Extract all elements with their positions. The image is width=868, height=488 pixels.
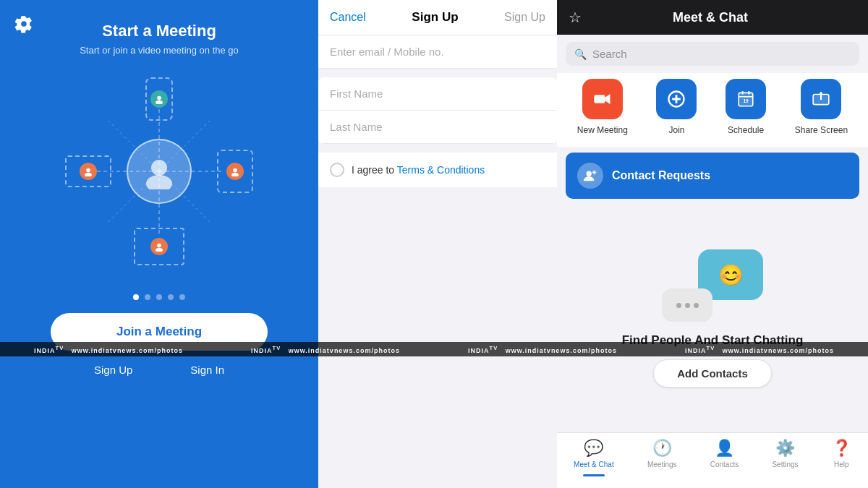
share-screen-group: Share Screen — [795, 79, 848, 135]
svg-point-16 — [157, 244, 161, 248]
search-input[interactable]: Search — [592, 48, 627, 60]
svg-point-29 — [587, 171, 592, 176]
terms-agreement-row: I agree to Terms & Conditions — [318, 153, 557, 187]
nav-contacts[interactable]: 👤 Contacts — [710, 439, 739, 476]
chat-bubble-graphic: 😊 — [662, 249, 763, 322]
watermark-text-3: INDIATV www.indiatvnews.com/photos — [468, 345, 617, 354]
svg-point-9 — [146, 175, 172, 189]
star-icon[interactable]: ☆ — [569, 9, 582, 26]
watermark-text-1: INDIATV www.indiatvnews.com/photos — [34, 345, 183, 354]
watermark-text-2: INDIATV www.indiatvnews.com/photos — [251, 345, 400, 354]
dot-2[interactable] — [145, 294, 150, 300]
cancel-button[interactable]: Cancel — [330, 11, 366, 24]
svg-point-13 — [85, 173, 92, 176]
schedule-label: Schedule — [728, 125, 764, 135]
right-panel: ☆ Meet & Chat 🔍 Search New Meeting — [557, 0, 868, 488]
right-header: ☆ Meet & Chat — [557, 0, 868, 35]
nav-active-indicator — [583, 474, 605, 476]
contact-requests-row[interactable]: Contact Requests — [566, 153, 859, 199]
form-title: Sign Up — [412, 10, 458, 25]
watermark-bar: INDIATV www.indiatvnews.com/photos INDIA… — [0, 342, 868, 356]
action-buttons-row: New Meeting Join 19 — [557, 73, 868, 147]
agree-text: I agree to Terms & Conditions — [352, 164, 485, 176]
meeting-illustration — [58, 70, 260, 273]
new-meeting-label: New Meeting — [577, 125, 628, 135]
schedule-button[interactable]: 19 — [726, 79, 766, 119]
last-name-input[interactable]: Last Name — [318, 111, 557, 144]
svg-point-10 — [157, 96, 161, 100]
dot-4[interactable] — [168, 294, 174, 300]
nav-help-label: Help — [834, 461, 849, 468]
monitor-device — [134, 228, 184, 265]
gear-icon[interactable] — [14, 14, 33, 36]
contact-requests-icon — [577, 163, 603, 189]
meetings-icon: 🕐 — [652, 439, 672, 458]
email-field-group: Enter email / Mobile no. — [318, 35, 557, 69]
settings-icon: ⚙️ — [775, 439, 795, 458]
bottom-nav: 💬 Meet & Chat 🕐 Meetings 👤 Contacts ⚙️ S… — [557, 432, 868, 488]
share-screen-button[interactable] — [801, 79, 841, 119]
dot-5[interactable] — [179, 294, 185, 300]
svg-point-8 — [151, 160, 167, 176]
sign-in-link[interactable]: Sign In — [190, 364, 224, 376]
nav-meet-chat[interactable]: 💬 Meet & Chat — [574, 439, 614, 476]
signup-disabled-button: Sign Up — [504, 11, 545, 24]
join-group: Join — [656, 79, 697, 135]
svg-point-12 — [86, 168, 90, 173]
dot-1[interactable] — [133, 294, 139, 300]
nav-meet-chat-label: Meet & Chat — [574, 461, 614, 468]
middle-panel: Cancel Sign Up Sign Up Enter email / Mob… — [318, 0, 557, 488]
carousel-dots — [133, 294, 185, 300]
left-panel: Start a Meeting Start or join a video me… — [0, 0, 318, 488]
center-avatar — [127, 139, 192, 204]
svg-rect-18 — [594, 95, 605, 103]
add-contacts-button[interactable]: Add Contacts — [653, 359, 772, 388]
search-bar[interactable]: 🔍 Search — [566, 42, 859, 66]
agree-radio[interactable] — [330, 163, 344, 177]
left-title: Start a Meeting — [102, 22, 216, 40]
svg-point-14 — [233, 168, 237, 173]
meet-chat-icon: 💬 — [584, 439, 603, 458]
bottom-links: Sign Up Sign In — [94, 364, 224, 376]
first-name-input[interactable]: First Name — [318, 77, 557, 111]
share-screen-label: Share Screen — [795, 125, 848, 135]
svg-text:19: 19 — [744, 98, 749, 103]
join-button[interactable] — [656, 79, 697, 119]
tablet-device — [217, 150, 253, 193]
svg-point-11 — [156, 100, 163, 104]
name-field-group: First Name Last Name — [318, 77, 557, 144]
search-icon: 🔍 — [574, 48, 587, 60]
laptop-device — [65, 155, 111, 187]
terms-link[interactable]: Terms & Conditions — [397, 164, 485, 176]
new-meeting-button[interactable] — [582, 79, 623, 119]
right-header-title: Meet & Chat — [673, 10, 748, 25]
contacts-icon: 👤 — [715, 439, 734, 458]
nav-meetings-label: Meetings — [647, 461, 677, 468]
chat-illustration: 😊 Find People And Start Chatting Add Con… — [557, 205, 868, 432]
nav-settings-label: Settings — [772, 461, 798, 468]
svg-point-17 — [156, 248, 163, 252]
join-label: Join — [668, 125, 684, 135]
chat-bubble-dots — [662, 288, 712, 322]
new-meeting-group: New Meeting — [577, 79, 628, 135]
form-header: Cancel Sign Up Sign Up — [318, 0, 557, 35]
dot-3[interactable] — [156, 294, 162, 300]
phone-device — [145, 77, 173, 121]
nav-meetings[interactable]: 🕐 Meetings — [647, 439, 677, 476]
nav-contacts-label: Contacts — [710, 461, 739, 468]
nav-settings[interactable]: ⚙️ Settings — [772, 439, 798, 476]
schedule-group: 19 Schedule — [726, 79, 766, 135]
contact-requests-label: Contact Requests — [612, 169, 710, 182]
email-input[interactable]: Enter email / Mobile no. — [318, 35, 557, 69]
nav-help[interactable]: ❓ Help — [832, 439, 851, 476]
left-subtitle: Start or join a video meeting on the go — [80, 45, 239, 56]
watermark-text-4: INDIATV www.indiatvnews.com/photos — [685, 345, 834, 354]
sign-up-link[interactable]: Sign Up — [94, 364, 132, 376]
help-icon: ❓ — [832, 439, 851, 458]
svg-point-15 — [231, 173, 239, 176]
